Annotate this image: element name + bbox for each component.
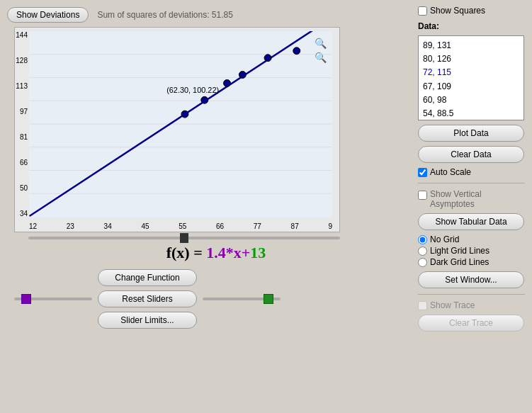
auto-scale-checkbox[interactable] — [418, 168, 427, 177]
y-label-0: 144 — [16, 31, 28, 39]
main-slider-container — [28, 237, 340, 239]
show-squares-row: Show Squares — [418, 6, 525, 16]
data-row-3: 67, 109 — [423, 80, 519, 94]
radio-no-grid: No Grid — [418, 234, 525, 244]
graph-container: 144 128 113 97 81 66 50 34 — [14, 27, 340, 232]
dark-grid-radio[interactable] — [418, 258, 427, 267]
set-window-button[interactable]: Set Window... — [418, 271, 524, 288]
slider-a-thumb[interactable] — [21, 294, 31, 304]
graph-inner[interactable]: (62.30, 100.22) 🔍🔍 — [29, 31, 332, 217]
param-b-slider[interactable] — [203, 298, 281, 300]
slider-limits-button[interactable]: Slider Limits... — [98, 312, 197, 329]
y-label-4: 81 — [20, 133, 28, 141]
grid-radio-group: No Grid Light Grid Lines Dark Grid Lines — [418, 234, 525, 267]
x-label-0: 12 — [29, 222, 37, 230]
x-label-1: 23 — [67, 222, 74, 230]
show-squares-checkbox[interactable] — [418, 6, 427, 16]
coef-a: 1.4 — [206, 244, 226, 261]
left-panel: Show Deviations Sum of squares of deviat… — [0, 0, 411, 413]
data-row-4: 60, 98 — [423, 94, 519, 107]
show-tabular-data-button[interactable]: Show Tabular Data — [418, 213, 524, 230]
reset-sliders-button[interactable]: Reset Sliders — [98, 290, 197, 307]
sum-of-squares-label: Sum of squares of deviations: 51.85 — [97, 10, 232, 20]
clear-data-button[interactable]: Clear Data — [418, 146, 524, 163]
radio-light-grid: Light Grid Lines — [418, 246, 525, 256]
sliders-buttons-row: Change Function Reset Sliders Slider Lim… — [14, 269, 404, 329]
light-grid-radio[interactable] — [418, 247, 427, 256]
radio-dark-grid: Dark Grid Lines — [418, 257, 525, 267]
data-row-2: 72, 115 — [423, 66, 519, 79]
graph-svg: (62.30, 100.22) — [29, 31, 332, 217]
divider-1 — [418, 183, 525, 183]
slider-a-track[interactable] — [14, 298, 92, 300]
function-label: f(x) = 1.4*x+13 — [28, 244, 404, 262]
coef-b: 13 — [250, 244, 266, 261]
show-vert-asymptotes-checkbox[interactable] — [418, 191, 427, 200]
x-label-7: 87 — [291, 222, 299, 230]
param-a-slider[interactable] — [14, 298, 92, 300]
show-vert-asymptotes-row: Show Vertical Asymptotes — [418, 189, 525, 209]
zoom-icons[interactable]: 🔍🔍 — [315, 37, 327, 64]
y-label-6: 50 — [20, 184, 28, 192]
top-bar: Show Deviations Sum of squares of deviat… — [7, 7, 404, 23]
svg-point-10 — [264, 55, 271, 62]
x-label-5: 66 — [216, 222, 224, 230]
right-panel: Show Squares Data: 89, 131 80, 126 72, 1… — [411, 0, 532, 413]
function-buttons: Change Function Reset Sliders Slider Lim… — [98, 269, 197, 329]
show-trace-label: Show Trace — [430, 300, 475, 310]
y-label-7: 34 — [20, 210, 28, 217]
clear-trace-button: Clear Trace — [418, 315, 524, 332]
divider-2 — [418, 294, 525, 295]
auto-scale-label: Auto Scale — [430, 167, 471, 177]
show-trace-row: Show Trace — [418, 300, 525, 310]
data-box[interactable]: 89, 131 80, 126 72, 115 67, 109 60, 98 5… — [418, 35, 524, 120]
function-prefix: f(x) = — [166, 244, 207, 261]
y-label-5: 66 — [20, 159, 28, 166]
svg-rect-0 — [30, 31, 332, 217]
y-label-3: 97 — [20, 108, 28, 115]
coef-suffix: *x+ — [226, 244, 251, 261]
x-label-8: 9 — [328, 222, 332, 230]
svg-point-14 — [181, 111, 188, 118]
data-row-5: 54, 88.5 — [423, 107, 519, 120]
x-label-3: 45 — [141, 222, 149, 230]
change-function-button[interactable]: Change Function — [98, 269, 197, 286]
show-squares-label: Show Squares — [430, 6, 485, 16]
y-label-1: 128 — [16, 57, 28, 64]
dark-grid-label: Dark Grid Lines — [430, 257, 489, 267]
plot-data-button[interactable]: Plot Data — [418, 125, 524, 142]
x-label-2: 34 — [104, 222, 112, 230]
x-label-6: 77 — [254, 222, 261, 230]
show-vert-asymptotes-label: Show Vertical Asymptotes — [430, 189, 525, 209]
x-axis-labels: 12 23 34 45 55 66 77 87 9 — [29, 222, 332, 230]
data-label: Data: — [418, 21, 525, 31]
svg-point-13 — [201, 96, 208, 103]
svg-point-9 — [293, 47, 300, 55]
slider-b-track[interactable] — [203, 298, 281, 300]
svg-point-12 — [224, 79, 231, 86]
slider-b-thumb[interactable] — [264, 294, 273, 304]
show-trace-checkbox[interactable] — [418, 301, 427, 310]
svg-text:(62.30, 100.22): (62.30, 100.22) — [166, 86, 219, 94]
x-label-4: 55 — [179, 222, 186, 230]
data-row-0: 89, 131 — [423, 39, 519, 52]
main-slider-track[interactable] — [28, 237, 340, 239]
auto-scale-row: Auto Scale — [418, 167, 525, 177]
svg-point-11 — [239, 72, 246, 79]
data-row-1: 80, 126 — [423, 52, 519, 66]
light-grid-label: Light Grid Lines — [430, 246, 489, 256]
main-slider-thumb[interactable] — [180, 233, 188, 243]
y-label-2: 113 — [16, 82, 28, 90]
no-grid-radio[interactable] — [418, 235, 427, 244]
no-grid-label: No Grid — [430, 234, 459, 244]
show-deviations-button[interactable]: Show Deviations — [7, 7, 89, 23]
y-axis-labels: 144 128 113 97 81 66 50 34 — [15, 31, 29, 217]
